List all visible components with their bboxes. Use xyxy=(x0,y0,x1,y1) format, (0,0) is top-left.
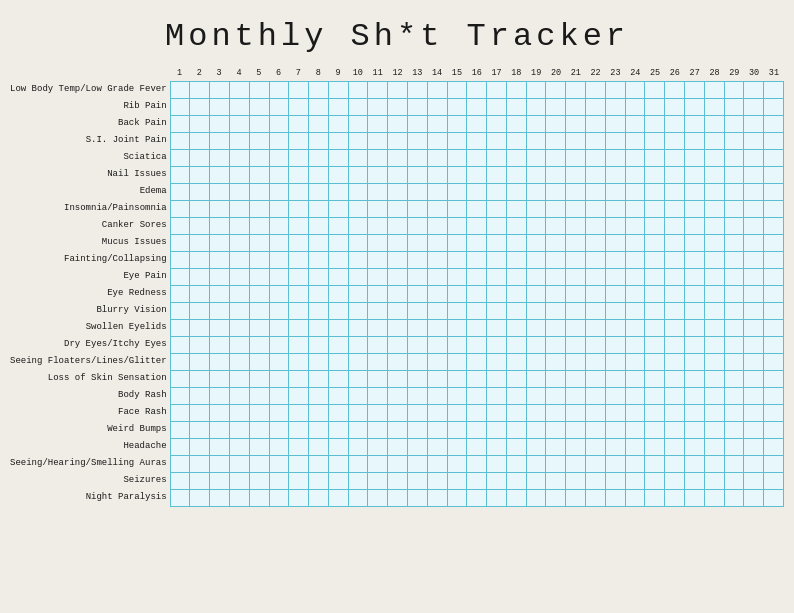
cell-r10-d26[interactable] xyxy=(685,252,705,269)
cell-r24-d5[interactable] xyxy=(270,490,290,507)
cell-r4-d21[interactable] xyxy=(586,150,606,167)
cell-r9-d27[interactable] xyxy=(705,235,725,252)
cell-r4-d19[interactable] xyxy=(546,150,566,167)
cell-r10-d28[interactable] xyxy=(725,252,745,269)
cell-r15-d8[interactable] xyxy=(329,337,349,354)
cell-r20-d8[interactable] xyxy=(329,422,349,439)
cell-r7-d26[interactable] xyxy=(685,201,705,218)
cell-r21-d1[interactable] xyxy=(190,439,210,456)
cell-r24-d26[interactable] xyxy=(685,490,705,507)
cell-r14-d7[interactable] xyxy=(309,320,329,337)
cell-r14-d14[interactable] xyxy=(448,320,468,337)
cell-r20-d19[interactable] xyxy=(546,422,566,439)
cell-r11-d1[interactable] xyxy=(190,269,210,286)
cell-r19-d26[interactable] xyxy=(685,405,705,422)
cell-r1-d30[interactable] xyxy=(764,99,784,116)
cell-r16-d21[interactable] xyxy=(586,354,606,371)
cell-r22-d3[interactable] xyxy=(230,456,250,473)
cell-r23-d13[interactable] xyxy=(428,473,448,490)
cell-r14-d16[interactable] xyxy=(487,320,507,337)
cell-r7-d9[interactable] xyxy=(349,201,369,218)
cell-r24-d29[interactable] xyxy=(744,490,764,507)
cell-r23-d19[interactable] xyxy=(546,473,566,490)
cell-r14-d10[interactable] xyxy=(368,320,388,337)
cell-r10-d3[interactable] xyxy=(230,252,250,269)
cell-r10-d1[interactable] xyxy=(190,252,210,269)
cell-r5-d24[interactable] xyxy=(645,167,665,184)
cell-r2-d22[interactable] xyxy=(606,116,626,133)
cell-r20-d5[interactable] xyxy=(270,422,290,439)
cell-r16-d19[interactable] xyxy=(546,354,566,371)
cell-r22-d16[interactable] xyxy=(487,456,507,473)
cell-r10-d13[interactable] xyxy=(428,252,448,269)
cell-r4-d0[interactable] xyxy=(171,150,191,167)
cell-r7-d30[interactable] xyxy=(764,201,784,218)
cell-r7-d28[interactable] xyxy=(725,201,745,218)
cell-r8-d4[interactable] xyxy=(250,218,270,235)
cell-r24-d28[interactable] xyxy=(725,490,745,507)
cell-r18-d8[interactable] xyxy=(329,388,349,405)
cell-r7-d2[interactable] xyxy=(210,201,230,218)
cell-r16-d26[interactable] xyxy=(685,354,705,371)
cell-r15-d30[interactable] xyxy=(764,337,784,354)
cell-r1-d29[interactable] xyxy=(744,99,764,116)
cell-r23-d28[interactable] xyxy=(725,473,745,490)
cell-r7-d24[interactable] xyxy=(645,201,665,218)
cell-r0-d12[interactable] xyxy=(408,82,428,99)
cell-r13-d23[interactable] xyxy=(626,303,646,320)
cell-r22-d12[interactable] xyxy=(408,456,428,473)
cell-r6-d25[interactable] xyxy=(665,184,685,201)
cell-r12-d23[interactable] xyxy=(626,286,646,303)
cell-r18-d9[interactable] xyxy=(349,388,369,405)
cell-r0-d14[interactable] xyxy=(448,82,468,99)
cell-r23-d10[interactable] xyxy=(368,473,388,490)
cell-r5-d21[interactable] xyxy=(586,167,606,184)
cell-r17-d18[interactable] xyxy=(527,371,547,388)
cell-r22-d21[interactable] xyxy=(586,456,606,473)
cell-r1-d10[interactable] xyxy=(368,99,388,116)
cell-r3-d10[interactable] xyxy=(368,133,388,150)
cell-r24-d10[interactable] xyxy=(368,490,388,507)
cell-r22-d13[interactable] xyxy=(428,456,448,473)
cell-r18-d29[interactable] xyxy=(744,388,764,405)
cell-r4-d30[interactable] xyxy=(764,150,784,167)
cell-r10-d10[interactable] xyxy=(368,252,388,269)
cell-r14-d23[interactable] xyxy=(626,320,646,337)
cell-r18-d14[interactable] xyxy=(448,388,468,405)
cell-r23-d18[interactable] xyxy=(527,473,547,490)
cell-r9-d23[interactable] xyxy=(626,235,646,252)
cell-r22-d28[interactable] xyxy=(725,456,745,473)
cell-r7-d1[interactable] xyxy=(190,201,210,218)
cell-r21-d11[interactable] xyxy=(388,439,408,456)
cell-r24-d27[interactable] xyxy=(705,490,725,507)
cell-r19-d9[interactable] xyxy=(349,405,369,422)
cell-r9-d26[interactable] xyxy=(685,235,705,252)
cell-r2-d26[interactable] xyxy=(685,116,705,133)
cell-r0-d21[interactable] xyxy=(586,82,606,99)
cell-r12-d3[interactable] xyxy=(230,286,250,303)
cell-r14-d26[interactable] xyxy=(685,320,705,337)
cell-r22-d19[interactable] xyxy=(546,456,566,473)
cell-r7-d8[interactable] xyxy=(329,201,349,218)
cell-r10-d8[interactable] xyxy=(329,252,349,269)
cell-r6-d10[interactable] xyxy=(368,184,388,201)
cell-r7-d23[interactable] xyxy=(626,201,646,218)
cell-r2-d24[interactable] xyxy=(645,116,665,133)
cell-r12-d7[interactable] xyxy=(309,286,329,303)
cell-r1-d0[interactable] xyxy=(171,99,191,116)
cell-r23-d24[interactable] xyxy=(645,473,665,490)
cell-r11-d3[interactable] xyxy=(230,269,250,286)
cell-r15-d11[interactable] xyxy=(388,337,408,354)
cell-r15-d5[interactable] xyxy=(270,337,290,354)
cell-r6-d27[interactable] xyxy=(705,184,725,201)
cell-r17-d12[interactable] xyxy=(408,371,428,388)
cell-r11-d24[interactable] xyxy=(645,269,665,286)
cell-r20-d7[interactable] xyxy=(309,422,329,439)
cell-r11-d5[interactable] xyxy=(270,269,290,286)
cell-r17-d2[interactable] xyxy=(210,371,230,388)
cell-r4-d14[interactable] xyxy=(448,150,468,167)
cell-r14-d0[interactable] xyxy=(171,320,191,337)
cell-r18-d4[interactable] xyxy=(250,388,270,405)
cell-r10-d25[interactable] xyxy=(665,252,685,269)
cell-r21-d30[interactable] xyxy=(764,439,784,456)
